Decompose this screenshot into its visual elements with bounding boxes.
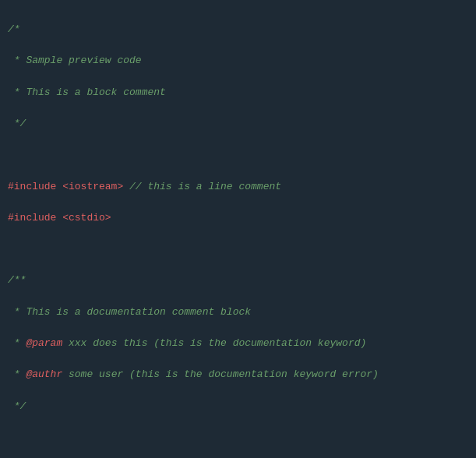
- preprocessor-6: #include <iostream>: [8, 181, 123, 192]
- doc-keyword-authr: @authr: [26, 368, 62, 380]
- line-13: */: [8, 399, 468, 414]
- line-6: #include <iostream> // this is a line co…: [8, 179, 468, 195]
- line-2: * Sample preview code: [8, 53, 468, 69]
- line-14: [8, 430, 468, 446]
- line-5: [8, 147, 468, 163]
- inline-comment-6: // this is a line comment: [123, 181, 281, 192]
- line-3: * This is a block comment: [8, 85, 468, 100]
- line-12: * @authr some user (this is the document…: [8, 367, 468, 382]
- line-11: * @param xxx does this (this is the docu…: [8, 336, 468, 351]
- preprocessor-7: #include <cstdio>: [8, 212, 111, 224]
- code-editor: /* * Sample preview code * This is a blo…: [0, 0, 476, 458]
- line-8: [8, 241, 468, 257]
- line-10: * This is a documentation comment block: [8, 305, 468, 320]
- line-7: #include <cstdio>: [8, 210, 468, 226]
- doc-keyword-param: @param: [26, 337, 62, 349]
- line-1: /*: [8, 22, 468, 37]
- line-4: */: [8, 116, 468, 132]
- line-9: /**: [8, 273, 468, 288]
